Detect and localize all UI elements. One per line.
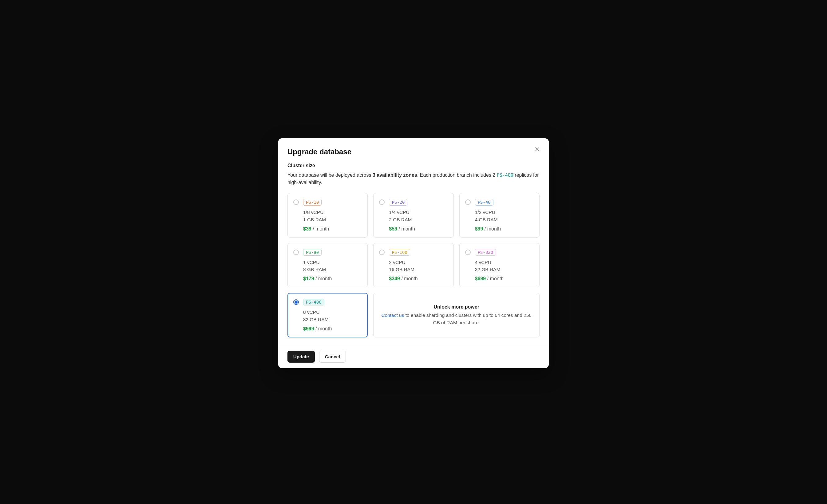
plan-price: $59 — [389, 226, 397, 232]
plan-radio[interactable] — [465, 199, 471, 205]
plan-ram: 16 GB RAM — [389, 266, 448, 273]
plan-cpu: 1/4 vCPU — [389, 209, 448, 216]
plan-badge: PS-320 — [475, 249, 496, 256]
plan-price-row: $39 / month — [303, 226, 362, 232]
plan-price-period: / month — [398, 226, 415, 232]
desc-tier: PS-400 — [497, 172, 514, 178]
modal-body: Upgrade database Cluster size Your datab… — [278, 138, 549, 345]
close-icon — [534, 147, 540, 152]
desc-text: . Each production branch includes 2 — [417, 172, 497, 178]
plan-cpu: 4 vCPU — [475, 259, 534, 266]
plan-card-ps-20[interactable]: PS-201/4 vCPU2 GB RAM$59 / month — [373, 193, 453, 238]
plan-badge: PS-400 — [303, 299, 324, 305]
plan-price-period: / month — [487, 276, 503, 281]
plan-price-period: / month — [485, 226, 501, 232]
plan-radio[interactable] — [465, 250, 471, 255]
plan-content: PS-101/8 vCPU1 GB RAM$39 / month — [303, 199, 362, 232]
plan-cpu: 1/8 vCPU — [303, 209, 362, 216]
plan-cpu: 2 vCPU — [389, 259, 448, 266]
plan-price-period: / month — [315, 276, 332, 281]
plan-content: PS-4008 vCPU32 GB RAM$999 / month — [303, 299, 362, 332]
upgrade-database-modal: Upgrade database Cluster size Your datab… — [278, 138, 549, 368]
update-button[interactable]: Update — [287, 351, 315, 363]
plan-cpu: 1/2 vCPU — [475, 209, 534, 216]
plan-price-row: $179 / month — [303, 276, 362, 282]
plan-price: $699 — [475, 276, 486, 281]
plan-card-ps-320[interactable]: PS-3204 vCPU32 GB RAM$699 / month — [459, 243, 540, 288]
desc-text: Your database will be deployed across — [287, 172, 373, 178]
plan-radio[interactable] — [293, 250, 299, 255]
plan-cpu: 1 vCPU — [303, 259, 362, 266]
plan-content: PS-1602 vCPU16 GB RAM$349 / month — [389, 249, 448, 282]
plan-ram: 8 GB RAM — [303, 266, 362, 273]
cluster-size-label: Cluster size — [287, 163, 540, 168]
plan-price-row: $999 / month — [303, 326, 362, 332]
plan-price: $999 — [303, 326, 314, 331]
plan-radio[interactable] — [379, 199, 385, 205]
plan-price: $179 — [303, 276, 314, 281]
plan-content: PS-401/2 vCPU4 GB RAM$99 / month — [475, 199, 534, 232]
plan-card-ps-400[interactable]: PS-4008 vCPU32 GB RAM$999 / month — [287, 293, 368, 338]
plan-badge: PS-10 — [303, 199, 322, 206]
plan-card-ps-80[interactable]: PS-801 vCPU8 GB RAM$179 / month — [287, 243, 368, 288]
plan-badge: PS-20 — [389, 199, 407, 206]
plan-card-ps-160[interactable]: PS-1602 vCPU16 GB RAM$349 / month — [373, 243, 453, 288]
unlock-title: Unlock more power — [434, 304, 479, 310]
plan-price-period: / month — [401, 276, 418, 281]
plan-price-period: / month — [315, 326, 332, 331]
plan-card-ps-40[interactable]: PS-401/2 vCPU4 GB RAM$99 / month — [459, 193, 540, 238]
unlock-description-text: to enable sharding and clusters with up … — [404, 312, 531, 325]
plan-badge: PS-80 — [303, 249, 322, 256]
plan-radio[interactable] — [379, 250, 385, 255]
cancel-button[interactable]: Cancel — [319, 351, 346, 363]
plan-radio[interactable] — [293, 299, 299, 305]
plan-price: $349 — [389, 276, 400, 281]
modal-footer: Update Cancel — [278, 345, 549, 368]
plan-price-row: $99 / month — [475, 226, 534, 232]
plan-content: PS-3204 vCPU32 GB RAM$699 / month — [475, 249, 534, 282]
plan-price-row: $699 / month — [475, 276, 534, 282]
plan-ram: 1 GB RAM — [303, 216, 362, 223]
plan-price: $39 — [303, 226, 311, 232]
plan-price-period: / month — [313, 226, 329, 232]
contact-us-link[interactable]: Contact us — [381, 312, 404, 318]
plan-radio[interactable] — [293, 199, 299, 205]
close-button[interactable] — [532, 144, 542, 154]
plan-cpu: 8 vCPU — [303, 309, 362, 316]
plan-badge: PS-160 — [389, 249, 410, 256]
unlock-description: Contact us to enable sharding and cluste… — [381, 312, 532, 326]
plan-ram: 2 GB RAM — [389, 216, 448, 223]
plan-content: PS-201/4 vCPU2 GB RAM$59 / month — [389, 199, 448, 232]
plan-price-row: $59 / month — [389, 226, 448, 232]
plan-ram: 32 GB RAM — [303, 316, 362, 323]
cluster-size-description: Your database will be deployed across 3 … — [287, 171, 540, 186]
modal-title: Upgrade database — [287, 148, 540, 156]
unlock-more-power-card: Unlock more powerContact us to enable sh… — [373, 293, 540, 338]
plan-price-row: $349 / month — [389, 276, 448, 282]
plan-content: PS-801 vCPU8 GB RAM$179 / month — [303, 249, 362, 282]
plan-badge: PS-40 — [475, 199, 493, 206]
plan-ram: 4 GB RAM — [475, 216, 534, 223]
plan-ram: 32 GB RAM — [475, 266, 534, 273]
plan-card-ps-10[interactable]: PS-101/8 vCPU1 GB RAM$39 / month — [287, 193, 368, 238]
plan-price: $99 — [475, 226, 483, 232]
plan-grid: PS-101/8 vCPU1 GB RAM$39 / monthPS-201/4… — [287, 193, 540, 338]
desc-zones: 3 availability zones — [373, 172, 417, 178]
